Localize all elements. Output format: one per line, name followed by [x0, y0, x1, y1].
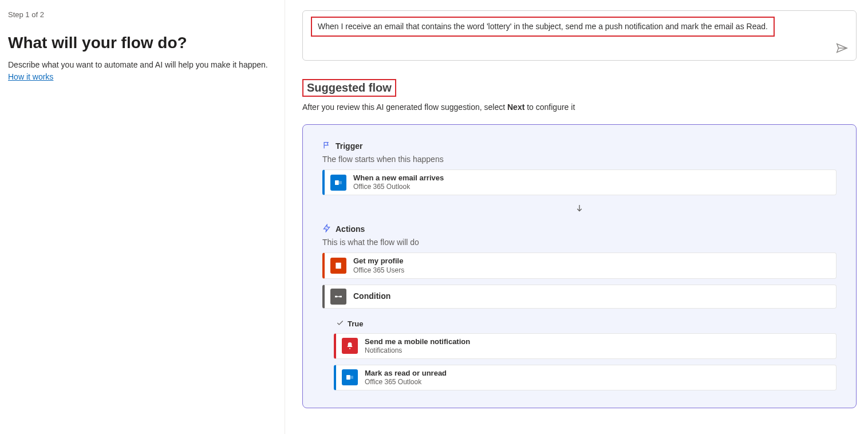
actions-desc: This is what the flow will do: [322, 238, 837, 247]
trigger-section-label: Trigger: [322, 141, 837, 151]
action3-title: Send me a mobile notification: [365, 337, 470, 346]
action4-sub: Office 365 Outlook: [365, 378, 447, 386]
action2-title: Condition: [353, 291, 390, 302]
flow-card: Trigger The flow starts when this happen…: [302, 124, 857, 408]
send-icon[interactable]: [835, 42, 848, 54]
trigger-desc: The flow starts when this happens: [322, 155, 837, 164]
actions-stack: Get my profile Office 365 Users Conditio…: [322, 252, 837, 390]
svg-rect-6: [335, 295, 337, 297]
bell-icon: [342, 338, 358, 354]
condition-body: True Send me a mobile notification Notif…: [322, 314, 837, 391]
page-description: Describe what you want to automate and A…: [8, 60, 273, 69]
flag-icon: [322, 141, 331, 151]
trigger-title: When a new email arrives: [353, 173, 444, 183]
action-condition[interactable]: Condition: [322, 285, 837, 309]
page-title: What will your flow do?: [8, 34, 273, 52]
action4-title: Mark as read or unread: [365, 369, 447, 378]
left-panel: Step 1 of 2 What will your flow do? Desc…: [0, 0, 285, 434]
lightning-icon: [322, 224, 331, 234]
action3-sub: Notifications: [365, 346, 470, 355]
page: Step 1 of 2 What will your flow do? Desc…: [0, 0, 868, 434]
action1-title: Get my profile: [353, 257, 404, 266]
action-send-notification[interactable]: Send me a mobile notification Notificati…: [334, 333, 837, 359]
trigger-label-text: Trigger: [336, 141, 362, 151]
svg-rect-1: [335, 180, 339, 185]
trigger-card[interactable]: When a new email arrives Office 365 Outl…: [322, 169, 837, 195]
action-mark-read[interactable]: Mark as read or unread Office 365 Outloo…: [334, 365, 837, 390]
suggested-flow-heading-highlight: Suggested flow: [302, 79, 396, 97]
actions-label-text: Actions: [336, 224, 365, 234]
svg-point-9: [349, 348, 350, 349]
nested-actions: Send me a mobile notification Notificati…: [334, 333, 837, 391]
suggested-flow-heading: Suggested flow: [307, 81, 392, 94]
svg-rect-5: [336, 263, 341, 269]
step-indicator: Step 1 of 2: [8, 10, 273, 19]
how-it-works-link[interactable]: How it works: [8, 72, 53, 81]
svg-marker-4: [324, 225, 330, 232]
svg-rect-11: [350, 376, 353, 379]
right-panel: When I receive an email that contains th…: [285, 0, 868, 434]
condition-true-label: True: [348, 319, 363, 328]
condition-icon: [330, 289, 346, 305]
svg-rect-2: [339, 181, 342, 184]
sf-sub-pre: After you review this AI generated flow …: [302, 102, 507, 112]
outlook-mark-icon: [342, 369, 358, 385]
action-get-profile[interactable]: Get my profile Office 365 Users: [322, 252, 837, 278]
action1-sub: Office 365 Users: [353, 266, 404, 275]
trigger-sub: Office 365 Outlook: [353, 183, 444, 191]
svg-rect-7: [340, 295, 342, 297]
prompt-input-box[interactable]: When I receive an email that contains th…: [302, 10, 857, 61]
prompt-text: When I receive an email that contains th…: [311, 17, 775, 37]
arrow-down-icon: [322, 203, 837, 216]
actions-section-label: Actions: [322, 224, 837, 234]
svg-rect-10: [346, 375, 350, 380]
suggested-flow-subtext: After you review this AI generated flow …: [302, 102, 857, 112]
sf-sub-bold: Next: [507, 102, 524, 112]
office-icon: [330, 258, 346, 274]
check-icon: [336, 319, 344, 329]
outlook-icon: [330, 175, 346, 191]
sf-sub-post: to configure it: [524, 102, 575, 112]
condition-true-branch: True: [336, 319, 837, 329]
